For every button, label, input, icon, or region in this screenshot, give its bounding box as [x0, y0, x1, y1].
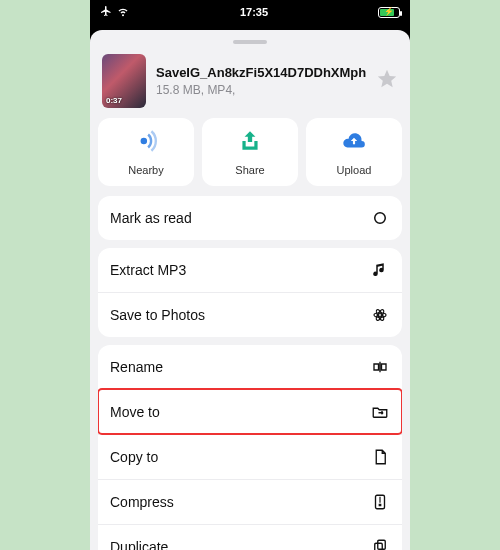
row-label: Rename — [110, 359, 163, 375]
share-icon — [237, 128, 263, 158]
wifi-icon — [116, 5, 130, 19]
nearby-icon — [133, 128, 159, 158]
svg-point-2 — [379, 314, 382, 317]
share-label: Share — [235, 164, 264, 176]
action-sheet: 0:37 SaveIG_An8kzFi5X14D7DDhXMphRfwQ_Dte… — [90, 30, 410, 550]
upload-tile[interactable]: Upload — [306, 118, 402, 186]
row-label: Duplicate — [110, 539, 168, 550]
video-thumbnail[interactable]: 0:37 — [102, 54, 146, 108]
photos-icon — [370, 305, 390, 325]
rename-row[interactable]: Rename — [98, 345, 402, 389]
duplicate-icon — [370, 537, 390, 550]
clock: 17:35 — [240, 6, 268, 18]
row-label: Compress — [110, 494, 174, 510]
battery-icon: ⚡ — [378, 7, 400, 18]
airplane-icon — [100, 5, 112, 19]
share-tile[interactable]: Share — [202, 118, 298, 186]
duplicate-row[interactable]: Duplicate — [98, 524, 402, 550]
circle-icon — [370, 208, 390, 228]
upload-label: Upload — [337, 164, 372, 176]
extract-mp3-row[interactable]: Extract MP3 — [98, 248, 402, 292]
sheet-grabber[interactable] — [233, 40, 267, 44]
file-name: SaveIG_An8kzFi5X14D7DDhXMphRfwQ_DteM6vka… — [156, 65, 366, 81]
svg-rect-8 — [378, 540, 386, 549]
nearby-label: Nearby — [128, 164, 163, 176]
favorite-button[interactable] — [376, 68, 398, 94]
svg-point-0 — [141, 138, 148, 145]
music-icon — [370, 260, 390, 280]
row-label: Mark as read — [110, 210, 192, 226]
nearby-tile[interactable]: Nearby — [98, 118, 194, 186]
upload-icon — [341, 128, 367, 158]
archive-icon — [370, 492, 390, 512]
video-duration: 0:37 — [106, 96, 122, 105]
svg-point-1 — [375, 213, 386, 224]
compress-row[interactable]: Compress — [98, 479, 402, 524]
row-label: Extract MP3 — [110, 262, 186, 278]
rename-icon — [370, 357, 390, 377]
copy-to-row[interactable]: Copy to — [98, 434, 402, 479]
row-label: Save to Photos — [110, 307, 205, 323]
move-to-row[interactable]: Move to — [98, 389, 402, 434]
file-meta: 15.8 MB, MP4, — [156, 83, 366, 97]
save-to-photos-row[interactable]: Save to Photos — [98, 292, 402, 337]
row-label: Move to — [110, 404, 160, 420]
mark-as-read-row[interactable]: Mark as read — [98, 196, 402, 240]
document-icon — [370, 447, 390, 467]
status-bar: 17:35 ⚡ — [90, 0, 410, 24]
file-header: 0:37 SaveIG_An8kzFi5X14D7DDhXMphRfwQ_Dte… — [98, 54, 402, 118]
row-label: Copy to — [110, 449, 158, 465]
folder-arrow-icon — [370, 402, 390, 422]
